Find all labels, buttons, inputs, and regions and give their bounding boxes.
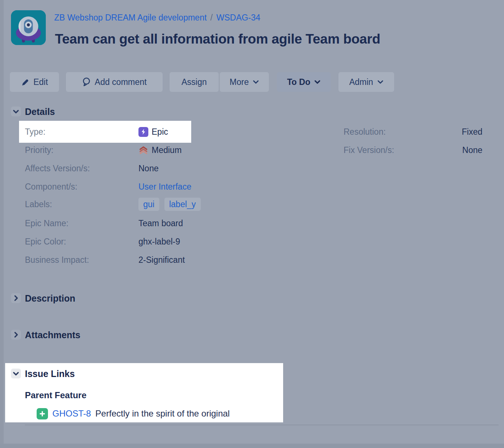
labels-field-value: gui label_y (138, 198, 201, 211)
comment-bubble-icon (82, 77, 91, 87)
epic-type-icon (138, 127, 148, 137)
affects-versions-field-label: Affects Version/s: (25, 163, 90, 174)
type-field-value: Epic (138, 126, 168, 138)
pencil-icon (21, 78, 29, 86)
admin-dropdown-button[interactable]: Admin (338, 72, 394, 92)
details-section-heading: Details (25, 106, 55, 117)
breadcrumb: ZB Webshop DREAM Agile development/WSDAG… (54, 12, 260, 23)
more-dropdown-button[interactable]: More (220, 72, 269, 92)
priority-value-text: Medium (152, 144, 182, 156)
chevron-down-icon (253, 80, 259, 84)
chevron-down-icon (377, 80, 383, 84)
business-impact-field-label: Business Impact: (25, 254, 89, 266)
add-comment-button[interactable]: Add comment (66, 72, 163, 92)
issue-link-row: GHOST-8 Perfectly in the spirit of the o… (37, 407, 230, 420)
epic-color-field-label: Epic Color: (25, 236, 66, 247)
issue-link-group-label: Parent Feature (25, 389, 86, 401)
more-button-label: More (230, 77, 249, 87)
breadcrumb-issue-key-link[interactable]: WSDAG-34 (216, 13, 260, 22)
description-collapse-toggle[interactable] (11, 293, 21, 303)
window-left-edge (0, 0, 4, 448)
admin-button-label: Admin (349, 77, 373, 87)
resolution-field-value: Fixed (381, 126, 482, 138)
ufo-webcam-avatar-icon (11, 10, 46, 45)
status-button-label: To Do (287, 77, 310, 87)
chevron-down-icon (13, 372, 19, 376)
components-field-label: Component/s: (25, 181, 77, 193)
epic-name-field-label: Epic Name: (25, 217, 68, 229)
edit-button-label: Edit (33, 77, 48, 87)
type-value-text: Epic (152, 126, 168, 138)
label-tag[interactable]: gui (138, 198, 159, 211)
epic-color-field-value: ghx-label-9 (138, 236, 180, 247)
breadcrumb-separator: / (210, 13, 212, 22)
chevron-right-icon (14, 332, 18, 338)
type-field-label: Type: (25, 126, 45, 138)
components-field-value: User Interface (138, 181, 191, 193)
details-collapse-toggle[interactable] (11, 107, 21, 116)
priority-field-label: Priority: (25, 144, 53, 156)
component-link[interactable]: User Interface (138, 182, 191, 191)
jira-issue-view: ZB Webshop DREAM Agile development/WSDAG… (0, 0, 504, 448)
linked-issue-summary: Perfectly in the spirit of the original (95, 408, 230, 419)
green-plus-icon (37, 408, 48, 419)
priority-medium-icon (138, 145, 148, 155)
label-tag[interactable]: label_y (164, 198, 201, 211)
assign-button[interactable]: Assign (170, 72, 219, 92)
epic-name-field-value: Team board (138, 217, 183, 229)
section-divider (25, 425, 499, 425)
breadcrumb-project-link[interactable]: ZB Webshop DREAM Agile development (54, 13, 207, 22)
chevron-down-icon (13, 109, 19, 114)
affects-versions-field-value: None (138, 163, 159, 174)
linked-issue-key-link[interactable]: GHOST-8 (52, 408, 91, 419)
project-avatar[interactable] (11, 10, 46, 45)
edit-button[interactable]: Edit (10, 72, 59, 92)
attachments-section-heading: Attachments (25, 329, 80, 341)
priority-field-value: Medium (138, 144, 182, 156)
issue-title: Team can get all information from agile … (55, 31, 380, 47)
window-bottom-edge (0, 444, 504, 448)
assign-button-label: Assign (181, 77, 207, 87)
status-dropdown-button[interactable]: To Do (277, 72, 331, 92)
issue-links-collapse-toggle[interactable] (11, 369, 21, 378)
chevron-down-icon (314, 80, 320, 84)
issue-links-section-heading: Issue Links (25, 368, 75, 380)
add-comment-button-label: Add comment (95, 77, 147, 87)
attachments-collapse-toggle[interactable] (11, 330, 21, 340)
business-impact-field-value: 2-Significant (138, 254, 185, 266)
resolution-field-label: Resolution: (344, 126, 386, 138)
fix-versions-field-value: None (381, 144, 482, 156)
description-section-heading: Description (25, 292, 75, 304)
labels-field-label: Labels: (25, 198, 52, 210)
chevron-right-icon (14, 295, 18, 301)
